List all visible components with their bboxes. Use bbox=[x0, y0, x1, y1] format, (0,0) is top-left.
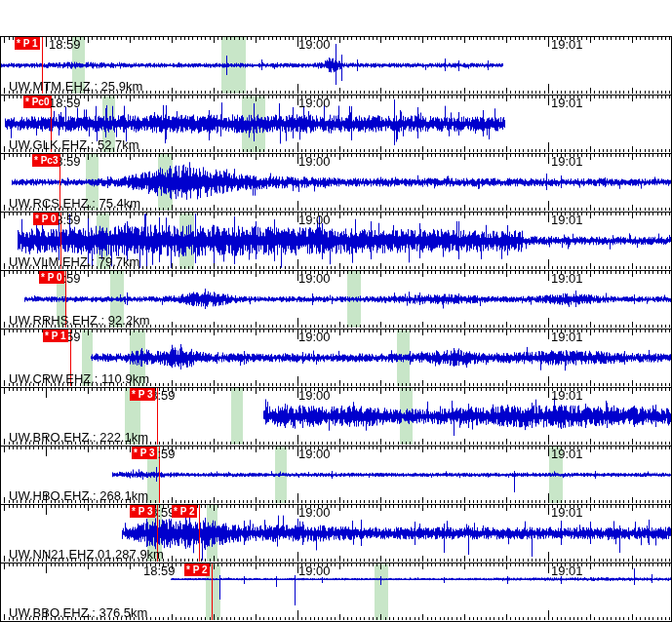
seismogram-canvas[interactable] bbox=[0, 0, 672, 622]
seismogram-viewer-window: 60508971 UW Mar 07, 2013 18:58:47.84 46.… bbox=[0, 0, 672, 622]
